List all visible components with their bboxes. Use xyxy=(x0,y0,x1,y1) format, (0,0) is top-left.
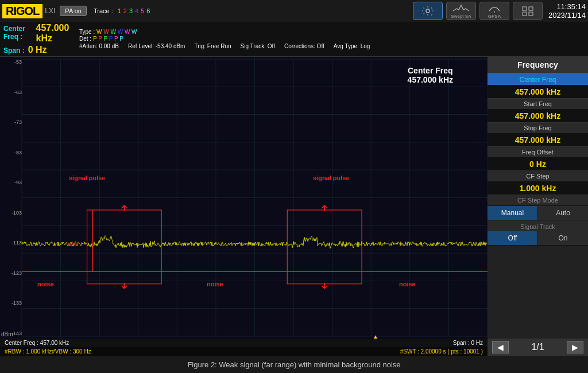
svg-rect-4 xyxy=(523,12,527,15)
stop-freq-btn-value: 457.000 kHz xyxy=(488,134,588,147)
y-label-8: -133 xyxy=(1,300,22,306)
corrections-info: Corrections: Off xyxy=(284,43,324,49)
pa-button[interactable]: PA on xyxy=(60,6,87,16)
time: 11:35:14 xyxy=(548,2,586,11)
center-freq-label: Center Freq : xyxy=(3,25,33,41)
chart-area: -53 -63 -73 -83 -93 -103 -113 -123 -133 … xyxy=(0,57,488,339)
type-w1: W xyxy=(96,29,103,35)
signal-track-label: Signal Track xyxy=(488,220,588,231)
cf-step-btn[interactable]: CF Step xyxy=(488,171,588,182)
span-value: 0 Hz xyxy=(28,45,47,55)
rbw-label: #RBW : 1.000 kHz xyxy=(5,348,52,355)
cf-step-btn-value: 1.000 kHz xyxy=(488,182,588,195)
det-p5: P xyxy=(114,36,119,42)
right-panel: Frequency Center Freq 457.000 kHz Start … xyxy=(488,57,588,356)
svg-rect-3 xyxy=(529,7,533,10)
det-p4: P xyxy=(109,36,114,42)
y-label-7: -123 xyxy=(1,270,22,276)
ref-level-info: Ref Level: -53.40 dBm xyxy=(128,43,185,49)
stop-freq-btn[interactable]: Stop Freq xyxy=(488,123,588,134)
vbw-label: #VBW : 300 Hz xyxy=(52,348,91,355)
span-label: Span : xyxy=(3,46,25,55)
type-w5: W xyxy=(125,29,131,35)
center-freq-btn-value: 457.000 kHz xyxy=(488,86,588,99)
freq-offset-btn-value: 0 Hz xyxy=(488,158,588,171)
lxi-label: LXI xyxy=(45,7,55,15)
spectrum-canvas xyxy=(0,57,488,339)
avg-type-info: Avg Type: Log xyxy=(334,43,370,49)
det-p1: P xyxy=(93,36,98,42)
span-triangle: ▲ xyxy=(373,333,378,340)
det-p3: P xyxy=(103,36,109,42)
time-display: 11:35:14 2023/11/14 xyxy=(548,2,586,20)
right-panel-title: Frequency xyxy=(488,57,588,73)
gpsa-label: GPSA xyxy=(488,14,501,19)
manual-btn[interactable]: Manual xyxy=(488,206,538,220)
svg-rect-2 xyxy=(523,7,527,10)
type-w2: W xyxy=(103,29,110,35)
signal-track-on-btn[interactable]: On xyxy=(538,231,588,245)
trace-4[interactable]: 4 xyxy=(135,7,138,14)
start-freq-btn-value: 457.000 kHz xyxy=(488,110,588,123)
signal-track-off-btn[interactable]: Off xyxy=(488,231,538,245)
y-label-5: -103 xyxy=(1,210,22,216)
trace-nums: 1 2 3 4 5 6 xyxy=(118,7,150,14)
logo: RIGOL xyxy=(2,4,42,18)
center-freq-btn[interactable]: Center Freq xyxy=(488,73,588,86)
det-label: Det : xyxy=(79,36,93,42)
svg-rect-5 xyxy=(529,12,533,15)
span-bottom: Span : 0 Hz xyxy=(453,340,483,346)
gpsa-icon[interactable]: GPSA xyxy=(479,2,509,20)
nav-icons: Swept SA GPSA xyxy=(413,2,543,20)
y-label-2: -73 xyxy=(1,119,22,125)
freq-span-panel: Center Freq : 457.000 kHz Span : 0 Hz xyxy=(0,22,75,56)
pagination: ◀ 1/1 ▶ xyxy=(488,339,588,356)
type-label: Type : xyxy=(79,29,96,35)
y-label-4: -93 xyxy=(1,180,22,185)
det-p6: P xyxy=(119,36,123,42)
y-label-0: -53 xyxy=(1,59,22,65)
trace-5[interactable]: 5 xyxy=(141,7,144,14)
type-w4: W xyxy=(118,29,125,35)
trace-6[interactable]: 6 xyxy=(146,7,150,14)
type-w6: W xyxy=(131,29,137,35)
freq-offset-btn[interactable]: Freq Offset xyxy=(488,147,588,158)
trace-1[interactable]: 1 xyxy=(118,7,121,14)
swept-sa-icon[interactable]: Swept SA xyxy=(446,2,476,20)
trig-info: Trig: Free Run xyxy=(194,43,231,49)
bottom-bar-2: #RBW : 1.000 kHz #VBW : 300 Hz #SWT : 2.… xyxy=(0,347,488,356)
swt-label: #SWT : 2.00000 s ( pts : 10001 ) xyxy=(400,348,483,355)
y-label-6: -113 xyxy=(1,240,22,246)
center-freq-bottom: Center Freq : 457.00 kHz xyxy=(5,340,69,346)
center-freq-value: 457.000 kHz xyxy=(36,23,71,44)
date: 2023/11/14 xyxy=(548,11,586,20)
swept-sa-label: Swept SA xyxy=(451,14,471,19)
next-page-btn[interactable]: ▶ xyxy=(567,341,583,353)
caption: Figure 2: Weak signal (far range) with m… xyxy=(0,356,588,371)
y-label-3: -83 xyxy=(1,150,22,156)
grid-icon[interactable] xyxy=(513,2,543,20)
settings-icon[interactable] xyxy=(413,2,443,20)
sig-track-info: Sig Track: Off xyxy=(241,43,275,49)
y-label-1: -63 xyxy=(1,90,22,95)
type-w3: W xyxy=(110,29,117,35)
cf-step-mode-row: Manual Auto xyxy=(488,206,588,220)
header: RIGOL LXI PA on Trace : 1 2 3 4 5 6 Swep… xyxy=(0,0,588,22)
signal-track-row: Off On xyxy=(488,231,588,246)
trace-label: Trace : xyxy=(94,7,113,14)
bottom-bar: Center Freq : 457.00 kHz ▲ Span : 0 Hz xyxy=(0,339,488,347)
chart-container: -53 -63 -73 -83 -93 -103 -113 -123 -133 … xyxy=(0,57,488,356)
page-indicator: 1/1 xyxy=(531,342,544,352)
cf-step-mode-label: CF Step Mode xyxy=(488,195,588,206)
auto-btn[interactable]: Auto xyxy=(538,206,588,220)
trace-3[interactable]: 3 xyxy=(129,7,133,14)
trace-2[interactable]: 2 xyxy=(123,7,127,14)
start-freq-btn[interactable]: Start Freq xyxy=(488,99,588,110)
atten-info: #Atten: 0.00 dB xyxy=(79,43,119,49)
main-area: -53 -63 -73 -83 -93 -103 -113 -123 -133 … xyxy=(0,57,588,356)
svg-point-0 xyxy=(426,9,430,13)
prev-page-btn[interactable]: ◀ xyxy=(492,341,509,353)
dbm-label: dBm xyxy=(1,331,13,337)
screen: RIGOL LXI PA on Trace : 1 2 3 4 5 6 Swep… xyxy=(0,0,588,356)
